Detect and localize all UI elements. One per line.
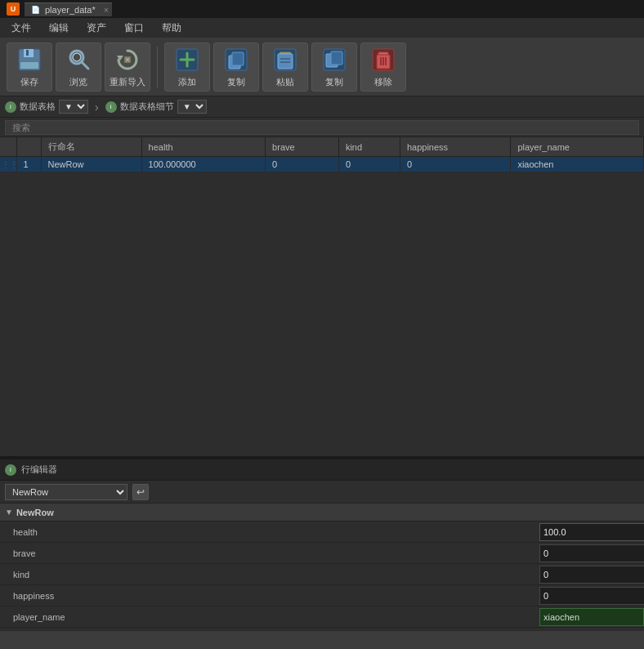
duplicate-label: 复制	[325, 76, 343, 88]
breadcrumb-bar: i 数据表格 ▼ › i 数据表格细节 ▼	[0, 96, 644, 118]
row-player-name: xiaochen	[511, 157, 644, 172]
brave-input[interactable]	[539, 544, 644, 562]
property-label-health: health	[0, 527, 539, 537]
reimport-button[interactable]: 重新导入	[105, 43, 150, 92]
property-value-player-name	[539, 608, 644, 626]
property-label-kind: kind	[0, 570, 539, 580]
duplicate-icon	[320, 45, 349, 74]
document-tab[interactable]: 📄 player_data* ×	[25, 2, 112, 16]
breadcrumb-icon-1: i	[5, 101, 16, 113]
section-collapse-triangle[interactable]: ▼	[5, 508, 13, 517]
breadcrumb-label-1[interactable]: 数据表格	[20, 101, 56, 113]
search-input[interactable]	[5, 120, 639, 135]
property-label-player-name: player_name	[0, 612, 539, 622]
breadcrumb-label-2[interactable]: 数据表格细节	[120, 101, 174, 113]
row-index: 1	[16, 157, 41, 172]
col-name[interactable]: 行命名	[41, 137, 141, 157]
editor-panel-title: 行编辑器	[21, 463, 57, 476]
copy-label: 复制	[227, 76, 245, 88]
row-navigate-button[interactable]: ↩	[132, 484, 149, 500]
row-name[interactable]: NewRow	[41, 157, 141, 172]
breadcrumb-dropdown-1[interactable]: ▼	[59, 100, 88, 114]
properties-area: ▼ NewRow health ▶ brave ▶	[0, 504, 644, 628]
remove-icon	[369, 45, 398, 74]
col-health[interactable]: health	[141, 137, 266, 157]
col-player-name[interactable]: player_name	[511, 137, 644, 157]
search-bar	[0, 118, 644, 137]
col-kind[interactable]: kind	[338, 137, 400, 157]
svg-rect-2	[26, 50, 29, 56]
table-row[interactable]: ⋮⋮ 1 NewRow 100.000000 0 0 0 xiaochen	[0, 157, 644, 172]
browse-label: 浏览	[69, 76, 87, 88]
svg-rect-19	[278, 54, 293, 69]
save-label: 保存	[20, 76, 38, 88]
reimport-label: 重新导入	[110, 76, 145, 88]
kind-input[interactable]	[539, 566, 644, 584]
menu-window[interactable]: 窗口	[116, 20, 152, 37]
row-kind: 0	[338, 157, 400, 172]
breadcrumb-dropdown-2[interactable]: ▼	[177, 100, 207, 114]
copy-icon	[221, 45, 251, 74]
table-area: 行命名 health brave kind happiness player_n…	[0, 137, 644, 456]
property-value-brave: ▶	[539, 544, 644, 562]
health-input[interactable]	[539, 523, 644, 541]
row-selector-dropdown[interactable]: NewRow	[5, 484, 127, 500]
happiness-input-wrapper: ▶	[539, 587, 644, 605]
remove-button[interactable]: 移除	[360, 43, 406, 92]
section-title: NewRow	[16, 508, 54, 517]
editor-panel-icon: i	[5, 464, 16, 476]
row-happiness: 0	[400, 157, 510, 172]
property-value-health: ▶	[539, 523, 644, 541]
property-row-brave: brave ▶	[0, 543, 644, 564]
app-icon: U	[7, 2, 20, 16]
add-button[interactable]: 添加	[164, 43, 210, 92]
happiness-input[interactable]	[539, 587, 644, 605]
kind-input-wrapper: ▶	[539, 566, 644, 584]
property-row-player-name: player_name	[0, 606, 644, 628]
save-button[interactable]: 保存	[7, 43, 52, 92]
section-header: ▼ NewRow	[0, 504, 644, 521]
row-health: 100.000000	[141, 157, 266, 172]
copy-button[interactable]: 复制	[213, 43, 259, 92]
svg-line-5	[82, 62, 88, 69]
menu-bar: 文件 编辑 资产 窗口 帮助	[0, 18, 644, 38]
paste-label: 粘贴	[276, 76, 294, 88]
menu-asset[interactable]: 资产	[78, 20, 114, 37]
menu-file[interactable]: 文件	[3, 20, 39, 37]
breadcrumb-item-1: i 数据表格 ▼	[5, 100, 88, 114]
tab-file-icon: 📄	[31, 6, 40, 14]
property-value-happiness: ▶	[539, 587, 644, 605]
title-bar: U 📄 player_data* ×	[0, 0, 644, 18]
property-label-brave: brave	[0, 548, 539, 558]
paste-button[interactable]: 粘贴	[262, 43, 308, 92]
svg-rect-24	[331, 51, 342, 65]
row-brave: 0	[266, 157, 339, 172]
menu-edit[interactable]: 编辑	[41, 20, 77, 37]
col-happiness[interactable]: happiness	[400, 137, 510, 157]
reimport-icon	[113, 45, 142, 74]
breadcrumb-separator: ›	[95, 101, 99, 114]
duplicate-button[interactable]: 复制	[311, 43, 357, 92]
tab-title: player_data*	[45, 5, 96, 15]
player-name-input[interactable]	[539, 608, 644, 626]
col-index	[16, 137, 41, 157]
breadcrumb-icon-2: i	[105, 101, 117, 113]
property-row-happiness: happiness ▶	[0, 585, 644, 606]
paste-icon	[271, 45, 300, 74]
remove-label: 移除	[374, 76, 392, 88]
svg-rect-3	[20, 62, 38, 69]
add-icon	[172, 45, 202, 74]
browse-icon	[64, 45, 93, 74]
toolbar: 保存 浏览 重新导入	[0, 38, 644, 96]
data-table: 行命名 health brave kind happiness player_n…	[0, 137, 644, 172]
browse-button[interactable]: 浏览	[56, 43, 101, 92]
add-label: 添加	[178, 76, 196, 88]
row-drag-handle: ⋮⋮	[0, 157, 16, 172]
tab-close-button[interactable]: ×	[104, 5, 109, 14]
toolbar-separator-1	[157, 47, 158, 87]
col-brave[interactable]: brave	[266, 137, 339, 157]
menu-help[interactable]: 帮助	[154, 20, 190, 37]
save-icon	[15, 45, 44, 74]
table-header-row: 行命名 health brave kind happiness player_n…	[0, 137, 644, 157]
col-handle	[0, 137, 16, 157]
